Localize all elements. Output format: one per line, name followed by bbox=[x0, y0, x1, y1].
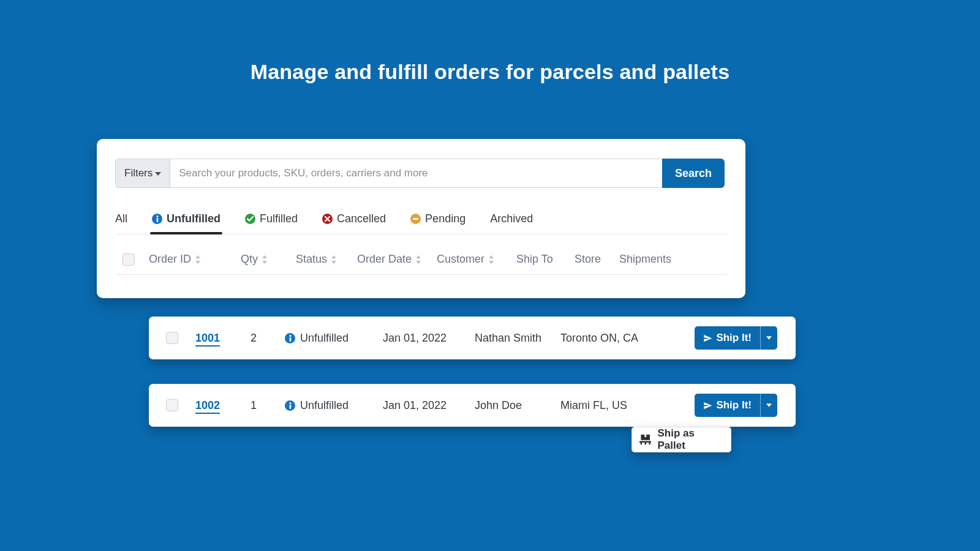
order-row: 1001 2 Unfulfilled Jan 01, 2022 Nathan S… bbox=[149, 317, 796, 359]
tab-unfulfilled[interactable]: Unfulfilled bbox=[152, 212, 221, 234]
tab-cancelled[interactable]: Cancelled bbox=[322, 212, 386, 234]
column-label: Shipments bbox=[619, 253, 671, 266]
column-customer[interactable]: Customer bbox=[437, 253, 516, 266]
order-qty: 2 bbox=[251, 332, 285, 345]
column-label: Order ID bbox=[149, 253, 191, 266]
column-label: Ship To bbox=[516, 253, 553, 266]
caret-down-icon bbox=[766, 403, 772, 407]
sort-icon bbox=[195, 255, 201, 264]
dropdown-label: Ship as Pallet bbox=[657, 427, 723, 452]
caret-down-icon bbox=[766, 336, 772, 340]
column-label: Status bbox=[296, 253, 327, 266]
svg-rect-2 bbox=[413, 218, 418, 220]
ship-as-pallet-option[interactable]: Ship as Pallet bbox=[631, 427, 731, 452]
svg-rect-11 bbox=[645, 443, 646, 444]
order-ship-to: Miami FL, US bbox=[560, 399, 665, 412]
ship-dropdown-toggle[interactable] bbox=[760, 326, 777, 350]
paper-plane-icon bbox=[703, 401, 712, 410]
svg-point-3 bbox=[289, 335, 291, 337]
column-status[interactable]: Status bbox=[296, 253, 357, 266]
svg-point-0 bbox=[156, 216, 158, 217]
column-ship-to: Ship To bbox=[516, 253, 575, 266]
pallet-icon bbox=[639, 434, 651, 445]
tab-archived[interactable]: Archived bbox=[490, 212, 533, 234]
tab-fulfilled[interactable]: Fulfilled bbox=[245, 212, 298, 234]
svg-rect-9 bbox=[639, 441, 651, 442]
svg-rect-1 bbox=[156, 218, 158, 222]
sort-icon bbox=[488, 255, 494, 264]
sort-icon bbox=[262, 255, 268, 264]
search-button[interactable]: Search bbox=[662, 159, 725, 188]
filters-button[interactable]: Filters bbox=[115, 159, 170, 188]
column-label: Order Date bbox=[357, 253, 412, 266]
column-shipments: Shipments bbox=[619, 253, 680, 266]
tab-label: Unfulfilled bbox=[167, 212, 221, 225]
paper-plane-icon bbox=[703, 334, 712, 343]
tab-label: Pending bbox=[425, 212, 466, 225]
ship-button-label: Ship It! bbox=[716, 332, 752, 344]
order-customer: Nathan Smith bbox=[475, 332, 560, 345]
column-label: Store bbox=[575, 253, 601, 266]
table-header: Order ID Qty Status Order Date Customer … bbox=[115, 244, 727, 275]
order-customer: John Doe bbox=[475, 399, 560, 412]
column-store: Store bbox=[575, 253, 619, 266]
column-qty[interactable]: Qty bbox=[241, 253, 296, 266]
tab-label: All bbox=[115, 212, 127, 225]
check-icon bbox=[245, 214, 255, 224]
svg-rect-8 bbox=[644, 435, 646, 437]
tab-label: Archived bbox=[490, 212, 533, 225]
order-row: 1002 1 Unfulfilled Jan 01, 2022 John Doe… bbox=[149, 384, 796, 427]
caret-down-icon bbox=[155, 172, 161, 176]
column-label: Customer bbox=[437, 253, 484, 266]
column-order-id[interactable]: Order ID bbox=[149, 253, 241, 266]
order-status: Unfulfilled bbox=[285, 332, 383, 345]
svg-rect-12 bbox=[649, 443, 650, 444]
ship-dropdown-toggle[interactable] bbox=[760, 394, 777, 417]
search-bar: Filters Search bbox=[115, 159, 725, 188]
active-tab-underline bbox=[150, 232, 222, 234]
svg-point-5 bbox=[289, 402, 291, 404]
order-ship-to: Toronto ON, CA bbox=[560, 332, 665, 345]
order-date: Jan 01, 2022 bbox=[383, 332, 475, 345]
tab-label: Fulfilled bbox=[260, 212, 298, 225]
status-label: Unfulfilled bbox=[300, 399, 349, 412]
column-order-date[interactable]: Order Date bbox=[357, 253, 437, 266]
order-id-link[interactable]: 1002 bbox=[195, 399, 220, 414]
orders-panel: Filters Search All Unfulfilled Fulfilled bbox=[97, 139, 745, 298]
sort-icon bbox=[331, 255, 337, 264]
ship-it-button[interactable]: Ship It! bbox=[695, 326, 760, 350]
minus-icon bbox=[410, 214, 421, 224]
tab-label: Cancelled bbox=[337, 212, 386, 225]
info-icon bbox=[285, 400, 295, 411]
order-date: Jan 01, 2022 bbox=[383, 399, 475, 412]
svg-rect-4 bbox=[289, 337, 291, 342]
tab-pending[interactable]: Pending bbox=[410, 212, 466, 234]
status-tabs: All Unfulfilled Fulfilled Cancelled P bbox=[115, 212, 727, 234]
search-input[interactable] bbox=[170, 159, 662, 188]
sort-icon bbox=[415, 255, 421, 264]
filters-label: Filters bbox=[124, 167, 153, 179]
status-label: Unfulfilled bbox=[300, 332, 349, 345]
row-checkbox[interactable] bbox=[166, 399, 178, 411]
tab-all[interactable]: All bbox=[115, 212, 127, 234]
svg-rect-6 bbox=[289, 405, 291, 409]
page-title: Manage and fulfill orders for parcels an… bbox=[0, 0, 980, 84]
row-checkbox[interactable] bbox=[166, 332, 178, 344]
info-icon bbox=[285, 333, 295, 343]
order-id-link[interactable]: 1001 bbox=[195, 332, 220, 347]
info-icon bbox=[152, 214, 162, 224]
column-label: Qty bbox=[241, 253, 258, 266]
order-status: Unfulfilled bbox=[285, 399, 383, 412]
ship-button-label: Ship It! bbox=[716, 399, 752, 411]
x-icon bbox=[322, 214, 333, 224]
svg-rect-10 bbox=[641, 443, 642, 444]
select-all-checkbox[interactable] bbox=[123, 253, 135, 266]
order-qty: 1 bbox=[251, 399, 285, 412]
ship-it-button[interactable]: Ship It! bbox=[695, 394, 760, 417]
